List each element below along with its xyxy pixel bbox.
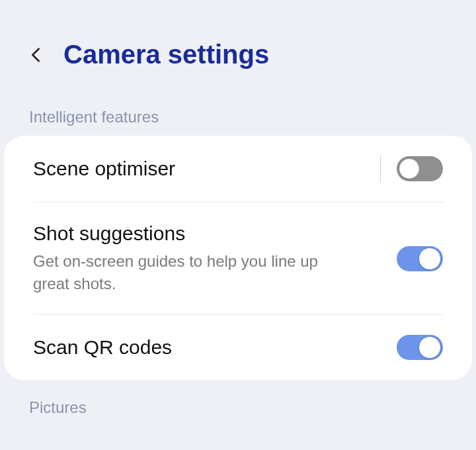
shot-suggestions-title: Shot suggestions: [33, 222, 397, 245]
header: Camera settings: [0, 0, 476, 96]
page-title: Camera settings: [63, 40, 269, 69]
scene-optimiser-toggle[interactable]: [397, 156, 443, 181]
scan-qr-codes-toggle[interactable]: [397, 335, 443, 360]
divider: [380, 156, 381, 182]
section-label-pictures: Pictures: [0, 380, 476, 426]
scene-optimiser-title: Scene optimiser: [33, 158, 380, 180]
row-scene-optimiser[interactable]: Scene optimiser: [33, 136, 443, 202]
section-label-intelligent: Intelligent features: [0, 96, 476, 136]
shot-suggestions-desc: Get on-screen guides to help you line up…: [33, 250, 357, 294]
row-scan-qr-codes[interactable]: Scan QR codes: [33, 315, 443, 380]
back-icon[interactable]: [26, 46, 45, 64]
intelligent-features-panel: Scene optimiser Shot suggestions Get on-…: [4, 136, 472, 380]
scan-qr-codes-title: Scan QR codes: [33, 336, 397, 359]
shot-suggestions-toggle[interactable]: [397, 246, 443, 271]
row-shot-suggestions[interactable]: Shot suggestions Get on-screen guides to…: [33, 202, 443, 315]
